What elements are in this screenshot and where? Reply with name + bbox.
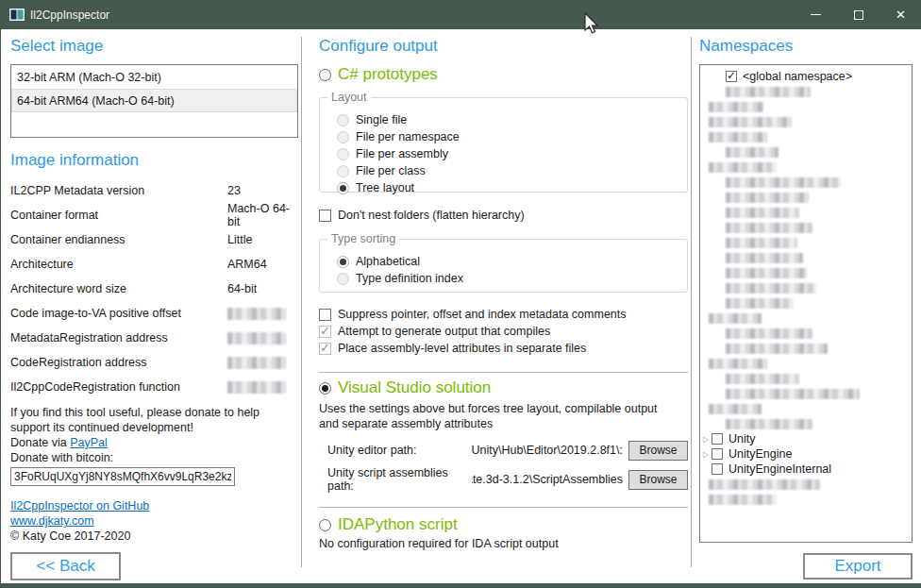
namespace-checkbox[interactable] <box>712 463 723 475</box>
idapython-radio[interactable] <box>319 519 331 531</box>
namespace-checkbox[interactable]: ✓ <box>726 71 737 82</box>
layout-radio[interactable] <box>337 114 349 126</box>
type-sorting-radio[interactable] <box>337 256 349 268</box>
namespace-row[interactable]: ▷UnityEngine <box>700 446 912 462</box>
namespace-row[interactable] <box>700 386 912 401</box>
layout-option-label: File per assembly <box>356 147 448 160</box>
namespace-row[interactable] <box>700 356 912 371</box>
namespace-row[interactable] <box>700 341 912 356</box>
back-button[interactable]: << Back <box>10 552 121 580</box>
app-icon <box>9 8 25 21</box>
maximize-button[interactable] <box>837 0 879 29</box>
minimize-button[interactable] <box>795 0 837 29</box>
image-info-value: Mach-O 64-bit <box>227 202 298 228</box>
maximize-icon <box>854 10 863 20</box>
expander-icon[interactable]: ▷ <box>703 435 712 444</box>
namespace-row[interactable] <box>700 492 912 507</box>
layout-radio[interactable] <box>337 148 349 160</box>
close-button[interactable]: ✕ <box>879 0 921 29</box>
layout-radio[interactable] <box>337 131 349 143</box>
flag-checkbox-label: Place assembly-level attributes in separ… <box>338 342 586 355</box>
namespace-row[interactable] <box>700 129 912 144</box>
redacted-namespace <box>726 328 812 339</box>
flag-checkbox-row[interactable]: Suppress pointer, offset and index metad… <box>319 306 688 323</box>
namespace-row[interactable] <box>700 144 912 160</box>
namespace-row[interactable] <box>700 84 912 99</box>
layout-option[interactable]: Single file <box>337 111 687 128</box>
type-sorting-option[interactable]: Alphabetical <box>337 253 687 270</box>
namespaces-tree[interactable]: ✓<global namespace>▷Unity▷UnityEngineUni… <box>699 64 913 543</box>
namespace-label: UnityEngine <box>728 447 792 461</box>
layout-radio[interactable] <box>337 165 349 177</box>
namespace-row[interactable] <box>700 205 912 220</box>
unity-script-browse-button[interactable]: Browse <box>628 470 688 490</box>
namespace-row[interactable] <box>700 326 912 341</box>
namespace-row[interactable]: ✓<global namespace> <box>700 69 912 84</box>
redacted-namespace <box>726 374 799 384</box>
namespace-row[interactable] <box>700 416 912 431</box>
visual-studio-description: Uses the settings above but forces tree … <box>319 401 678 431</box>
visual-studio-radio-row[interactable]: Visual Studio solution <box>319 378 688 397</box>
namespace-row[interactable] <box>700 235 912 250</box>
namespace-row[interactable] <box>700 250 912 265</box>
csharp-prototypes-radio-row[interactable]: C# prototypes <box>319 65 688 84</box>
idapython-radio-row[interactable]: IDAPython script <box>319 515 688 534</box>
redacted-namespace <box>726 344 828 354</box>
namespace-row[interactable]: UnityEngineInternal <box>700 462 912 477</box>
namespace-row[interactable] <box>700 401 912 416</box>
redacted-namespace <box>709 313 762 324</box>
unity-editor-browse-button[interactable]: Browse <box>628 441 688 461</box>
redacted-namespace <box>709 117 792 127</box>
namespace-row[interactable] <box>700 295 912 311</box>
image-list-item[interactable]: 32-bit ARM (Mach-O 32-bit) <box>11 65 297 89</box>
namespace-row[interactable] <box>700 265 912 280</box>
redacted-namespace <box>709 359 767 369</box>
flag-checkbox[interactable] <box>319 309 331 321</box>
namespace-row[interactable] <box>700 175 912 190</box>
titlebar: Il2CppInspector ✕ <box>1 0 921 29</box>
namespace-row[interactable]: ▷Unity <box>700 431 912 446</box>
namespace-checkbox[interactable] <box>712 433 723 445</box>
layout-option[interactable]: File per assembly <box>337 145 687 162</box>
namespace-row[interactable] <box>700 280 912 295</box>
layout-option-label: Single file <box>356 113 407 126</box>
flag-checkbox[interactable]: ✓ <box>319 326 331 338</box>
type-sorting-radio[interactable] <box>337 273 349 285</box>
donate-bitcoin-label: Donate with bitcoin: <box>10 450 298 465</box>
layout-radio[interactable] <box>337 182 349 194</box>
paypal-link[interactable]: PayPal <box>70 436 108 449</box>
flag-checkbox-row[interactable]: ✓Place assembly-level attributes in sepa… <box>319 340 688 357</box>
configure-output-header: Configure output <box>319 37 688 56</box>
github-link[interactable]: Il2CppInspector on GitHub <box>10 499 149 512</box>
unity-script-path-label: Unity script assemblies path: <box>327 466 472 493</box>
flag-checkbox[interactable]: ✓ <box>319 343 331 355</box>
export-button[interactable]: Export <box>803 553 913 580</box>
layout-option[interactable]: File per namespace <box>337 128 687 145</box>
type-sorting-option[interactable]: Type definition index <box>337 270 687 287</box>
namespace-row[interactable] <box>700 160 912 175</box>
layout-option[interactable]: File per class <box>337 162 687 179</box>
namespace-row[interactable] <box>700 311 912 326</box>
dont-nest-checkbox[interactable] <box>319 210 331 222</box>
namespace-checkbox[interactable] <box>712 448 723 460</box>
namespace-row[interactable] <box>700 371 912 386</box>
expander-icon[interactable]: ▷ <box>703 450 712 459</box>
flag-checkbox-row[interactable]: ✓Attempt to generate output that compile… <box>319 323 688 340</box>
image-info-row: Container formatMach-O 64-bit <box>10 203 298 227</box>
layout-option[interactable]: Tree layout <box>337 179 687 196</box>
image-list-item[interactable]: 64-bit ARM64 (Mach-O 64-bit) <box>11 89 297 112</box>
bitcoin-address-field[interactable] <box>10 467 235 486</box>
image-listbox[interactable]: 32-bit ARM (Mach-O 32-bit)64-bit ARM64 (… <box>10 64 298 138</box>
redacted-namespace <box>709 132 767 143</box>
csharp-prototypes-radio[interactable] <box>319 69 331 81</box>
namespace-row[interactable] <box>700 220 912 235</box>
image-info-row: IL2CPP Metadata version23 <box>10 178 298 203</box>
website-link[interactable]: www.djkaty.com <box>10 514 94 528</box>
namespace-row[interactable] <box>700 114 912 129</box>
layout-option-label: Tree layout <box>356 181 414 194</box>
namespace-row[interactable] <box>700 190 912 205</box>
namespace-row[interactable] <box>700 99 912 114</box>
dont-nest-checkbox-row[interactable]: Don't nest folders (flatten hierarchy) <box>319 207 688 224</box>
visual-studio-radio[interactable] <box>319 382 331 395</box>
namespace-row[interactable] <box>700 477 912 492</box>
